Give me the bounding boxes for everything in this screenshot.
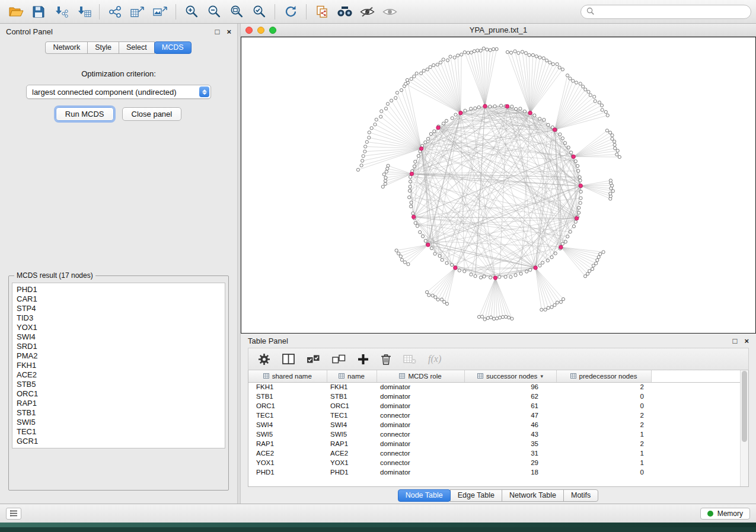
name-cell[interactable]: TEC1 <box>327 411 377 420</box>
mcds-result-item[interactable]: PMA2 <box>17 351 221 361</box>
mcds-result-item[interactable]: TID3 <box>17 313 221 323</box>
table-row[interactable]: RAP1RAP1dominator352 <box>248 439 740 448</box>
tab-edge-table[interactable]: Edge Table <box>450 489 502 502</box>
window-close-traffic-light[interactable] <box>245 27 253 34</box>
close-table-panel-icon[interactable]: × <box>744 336 749 345</box>
zoom-in-icon[interactable] <box>180 2 203 21</box>
mcds-result-item[interactable]: ORC1 <box>17 389 221 399</box>
window-minimize-traffic-light[interactable] <box>257 27 264 34</box>
tab-motifs[interactable]: Motifs <box>563 489 598 502</box>
table-row[interactable]: YOX1YOX1connector291 <box>248 458 740 467</box>
successor-nodes-cell[interactable]: 62 <box>464 392 556 401</box>
zoom-selected-icon[interactable] <box>248 2 270 21</box>
add-icon[interactable] <box>358 354 369 365</box>
name-cell[interactable]: FKH1 <box>327 382 377 392</box>
show-all-icon[interactable] <box>378 2 401 21</box>
deselect-all-icon[interactable] <box>332 354 346 364</box>
sort-chevron-icon[interactable]: ▾ <box>540 373 543 379</box>
table-row[interactable]: ORC1ORC1dominator610 <box>248 401 740 411</box>
tab-select[interactable]: Select <box>119 41 155 54</box>
predecessor-nodes-cell[interactable]: 0 <box>556 392 651 401</box>
shared-name-cell[interactable]: SWI4 <box>248 420 327 430</box>
float-table-panel-icon[interactable]: □ <box>733 336 738 345</box>
column-header-successor-nodes[interactable]: successor nodes▾ <box>464 370 556 382</box>
shared-name-cell[interactable]: STB1 <box>248 392 327 401</box>
select-all-icon[interactable] <box>307 354 320 364</box>
column-header-MCDS-role[interactable]: MCDS role <box>377 370 464 382</box>
table-row[interactable]: ACE2ACE2connector311 <box>248 448 740 458</box>
mcds-result-item[interactable]: ACE2 <box>17 370 221 380</box>
table-row[interactable]: SWI5SWI5connector431 <box>248 430 740 439</box>
zoom-fit-icon[interactable] <box>225 2 248 21</box>
settings-gear-icon[interactable] <box>258 353 270 366</box>
successor-nodes-cell[interactable]: 61 <box>464 401 556 411</box>
scrollbar-thumb[interactable] <box>742 371 747 442</box>
column-header-name[interactable]: name <box>327 370 377 382</box>
close-panel-icon[interactable]: × <box>227 27 231 36</box>
predecessor-nodes-cell[interactable]: 1 <box>556 458 651 467</box>
mcds-result-item[interactable]: GCR1 <box>17 437 221 446</box>
table-row[interactable]: SWI4SWI4dominator462 <box>248 420 740 430</box>
window-zoom-traffic-light[interactable] <box>269 27 276 34</box>
successor-nodes-cell[interactable]: 35 <box>464 439 556 448</box>
mcds-role-cell[interactable]: dominator <box>377 382 464 392</box>
mcds-result-item[interactable]: STB5 <box>17 380 221 389</box>
mcds-role-cell[interactable]: dominator <box>377 439 464 448</box>
shared-name-cell[interactable]: ORC1 <box>248 401 327 411</box>
mcds-result-item[interactable]: YOX1 <box>17 323 221 332</box>
search-input[interactable] <box>598 8 745 16</box>
mcds-role-cell[interactable]: connector <box>377 458 464 467</box>
shared-name-cell[interactable]: ACE2 <box>248 448 327 458</box>
name-cell[interactable]: SWI5 <box>327 430 377 439</box>
zoom-out-icon[interactable] <box>203 2 225 21</box>
mcds-role-cell[interactable]: connector <box>377 448 464 458</box>
mcds-role-cell[interactable]: dominator <box>377 401 464 411</box>
predecessor-nodes-cell[interactable]: 2 <box>556 411 651 420</box>
mcds-role-cell[interactable]: connector <box>377 430 464 439</box>
successor-nodes-cell[interactable]: 31 <box>464 448 556 458</box>
import-network-icon[interactable] <box>50 2 72 21</box>
network-graph[interactable] <box>241 37 755 333</box>
successor-nodes-cell[interactable]: 29 <box>464 458 556 467</box>
close-panel-button[interactable]: Close panel <box>122 107 182 121</box>
shared-name-cell[interactable]: SWI5 <box>248 430 327 439</box>
column-header-shared-name[interactable]: shared name <box>248 370 327 382</box>
mcds-role-cell[interactable]: connector <box>377 411 464 420</box>
mcds-result-item[interactable]: CAR1 <box>17 294 221 304</box>
combo-stepper-icon[interactable] <box>199 86 209 97</box>
mcds-role-cell[interactable]: dominator <box>377 467 464 477</box>
predecessor-nodes-cell[interactable]: 2 <box>556 439 651 448</box>
table-row[interactable]: STB1STB1dominator620 <box>248 392 740 401</box>
panel-menu-button[interactable] <box>6 508 21 520</box>
successor-nodes-cell[interactable]: 47 <box>464 411 556 420</box>
tab-mcds[interactable]: MCDS <box>154 41 192 54</box>
predecessor-nodes-cell[interactable]: 2 <box>556 420 651 430</box>
hide-selected-icon[interactable] <box>356 2 378 21</box>
table-row[interactable]: FKH1FKH1dominator962 <box>248 382 740 392</box>
shared-name-cell[interactable]: TEC1 <box>248 411 327 420</box>
mcds-result-item[interactable]: FKH1 <box>17 361 221 370</box>
mcds-result-item[interactable]: RAP1 <box>17 399 221 408</box>
tab-network-table[interactable]: Network Table <box>502 489 564 502</box>
shared-name-cell[interactable]: PHD1 <box>248 467 327 477</box>
shared-name-cell[interactable]: FKH1 <box>248 382 327 392</box>
shared-name-cell[interactable]: YOX1 <box>248 458 327 467</box>
tab-style[interactable]: Style <box>87 41 119 54</box>
mcds-result-item[interactable]: SRD1 <box>17 342 221 351</box>
export-image-icon[interactable] <box>149 2 171 21</box>
clone-network-icon[interactable] <box>311 2 333 21</box>
save-session-icon[interactable] <box>27 2 50 21</box>
name-cell[interactable]: RAP1 <box>327 439 377 448</box>
mcds-result-item[interactable]: SWI4 <box>17 332 221 342</box>
predecessor-nodes-cell[interactable]: 2 <box>556 382 651 392</box>
name-cell[interactable]: YOX1 <box>327 458 377 467</box>
name-cell[interactable]: ACE2 <box>327 448 377 458</box>
export-table-icon[interactable] <box>126 2 149 21</box>
column-header-predecessor-nodes[interactable]: predecessor nodes <box>556 370 651 382</box>
delete-icon[interactable] <box>381 353 391 365</box>
mcds-result-item[interactable]: STB1 <box>17 408 221 418</box>
shared-name-cell[interactable]: RAP1 <box>248 439 327 448</box>
predecessor-nodes-cell[interactable]: 0 <box>556 401 651 411</box>
mcds-role-cell[interactable]: dominator <box>377 420 464 430</box>
network-search-box[interactable] <box>580 5 751 19</box>
